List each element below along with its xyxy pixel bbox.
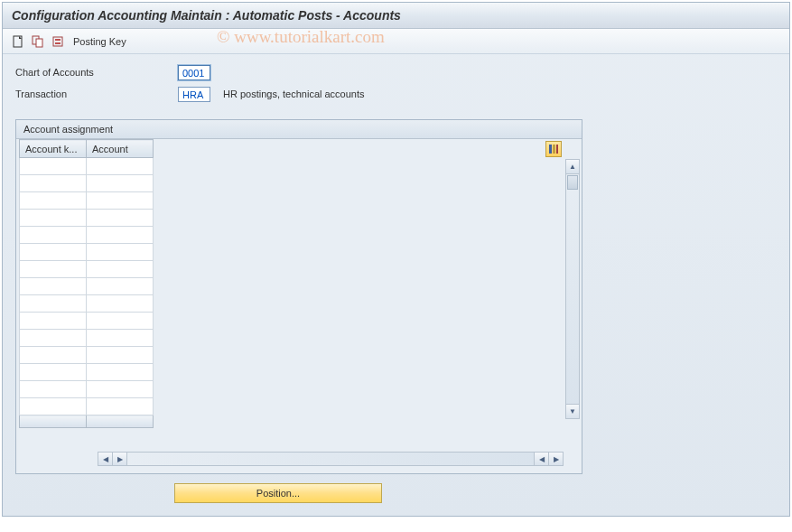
cell-key[interactable] bbox=[20, 398, 87, 415]
cell-account[interactable] bbox=[87, 261, 154, 278]
scroll-left2-button[interactable]: ▶ bbox=[113, 453, 127, 465]
cell-account[interactable] bbox=[87, 192, 154, 210]
table-row[interactable] bbox=[20, 210, 154, 227]
chart-of-accounts-field[interactable]: 0001 bbox=[178, 65, 210, 80]
scroll-right2-button[interactable]: ◀ bbox=[534, 453, 548, 465]
cell-key[interactable] bbox=[20, 330, 87, 347]
transaction-row: Transaction HRA HR postings, technical a… bbox=[15, 85, 777, 103]
form-area: Chart of Accounts 0001 Transaction HRA H… bbox=[3, 54, 789, 112]
cell-account[interactable] bbox=[87, 158, 154, 175]
table-row[interactable] bbox=[20, 158, 154, 175]
cell-key[interactable] bbox=[20, 313, 87, 330]
account-assignment-panel: Account assignment Account k... Account bbox=[15, 119, 582, 474]
table-row[interactable] bbox=[20, 381, 154, 398]
cell-key[interactable] bbox=[20, 244, 87, 261]
title-bar: Configuration Accounting Maintain : Auto… bbox=[3, 3, 789, 29]
table-row[interactable] bbox=[20, 192, 154, 210]
toolbar: Posting Key bbox=[3, 29, 789, 54]
cell-key[interactable] bbox=[20, 278, 87, 295]
main-window: Configuration Accounting Maintain : Auto… bbox=[2, 2, 790, 517]
cell-account[interactable] bbox=[87, 175, 154, 192]
col-account-key[interactable]: Account k... bbox=[20, 140, 87, 158]
scroll-down-button[interactable]: ▼ bbox=[566, 404, 579, 418]
chart-of-accounts-label: Chart of Accounts bbox=[15, 67, 178, 78]
hscroll-track[interactable] bbox=[127, 453, 534, 465]
grid-footer-row bbox=[20, 415, 154, 428]
table-row[interactable] bbox=[20, 364, 154, 381]
transaction-description: HR postings, technical accounts bbox=[223, 89, 365, 99]
scroll-right-button[interactable]: ▶ bbox=[548, 453, 563, 465]
posting-key-button[interactable]: Posting Key bbox=[73, 36, 126, 47]
cell-key[interactable] bbox=[20, 295, 87, 313]
table-row[interactable] bbox=[20, 278, 154, 295]
svg-rect-4 bbox=[55, 39, 61, 41]
table-row[interactable] bbox=[20, 261, 154, 278]
svg-rect-3 bbox=[53, 37, 62, 46]
table-row[interactable] bbox=[20, 313, 154, 330]
cell-key[interactable] bbox=[20, 381, 87, 398]
grid-wrapper: Account k... Account bbox=[16, 139, 582, 446]
cell-key[interactable] bbox=[20, 261, 87, 278]
scroll-left-button[interactable]: ◀ bbox=[98, 453, 113, 465]
cell-key[interactable] bbox=[20, 158, 87, 175]
cell-account[interactable] bbox=[87, 210, 154, 227]
cell-account[interactable] bbox=[87, 330, 154, 347]
col-account[interactable]: Account bbox=[87, 140, 154, 158]
cell-account[interactable] bbox=[87, 381, 154, 398]
cell-key[interactable] bbox=[20, 347, 87, 364]
table-row[interactable] bbox=[20, 347, 154, 364]
transaction-label: Transaction bbox=[15, 89, 178, 99]
page-title: Configuration Accounting Maintain : Auto… bbox=[12, 8, 401, 23]
cell-key[interactable] bbox=[20, 364, 87, 381]
table-row[interactable] bbox=[20, 244, 154, 261]
table-row[interactable] bbox=[20, 330, 154, 347]
account-grid: Account k... Account bbox=[19, 139, 154, 428]
svg-rect-2 bbox=[36, 39, 42, 47]
cell-key[interactable] bbox=[20, 227, 87, 244]
cell-account[interactable] bbox=[87, 227, 154, 244]
copy-icon[interactable] bbox=[30, 33, 46, 50]
table-row[interactable] bbox=[20, 175, 154, 192]
panel-body: Account k... Account bbox=[16, 139, 582, 473]
vertical-scrollbar[interactable]: ▲ ▼ bbox=[565, 159, 580, 419]
table-config-icon[interactable] bbox=[545, 141, 562, 157]
grid-header-row: Account k... Account bbox=[20, 140, 154, 158]
horizontal-scrollbar[interactable]: ◀ ▶ ◀ ▶ bbox=[98, 452, 564, 466]
cell-account[interactable] bbox=[87, 398, 154, 415]
svg-rect-8 bbox=[556, 145, 558, 154]
svg-rect-6 bbox=[549, 145, 552, 154]
cell-account[interactable] bbox=[87, 295, 154, 313]
table-row[interactable] bbox=[20, 398, 154, 415]
cell-key[interactable] bbox=[20, 210, 87, 227]
delete-icon[interactable] bbox=[50, 33, 66, 50]
panel-header: Account assignment bbox=[16, 120, 582, 139]
cell-account[interactable] bbox=[87, 347, 154, 364]
position-button[interactable]: Position... bbox=[174, 483, 382, 503]
scroll-up-button[interactable]: ▲ bbox=[566, 160, 579, 174]
svg-rect-5 bbox=[55, 42, 61, 44]
new-icon[interactable] bbox=[10, 33, 26, 50]
scroll-track[interactable] bbox=[566, 191, 579, 404]
cell-key[interactable] bbox=[20, 175, 87, 192]
table-row[interactable] bbox=[20, 295, 154, 313]
chart-of-accounts-row: Chart of Accounts 0001 bbox=[15, 63, 777, 81]
cell-account[interactable] bbox=[87, 244, 154, 261]
cell-account[interactable] bbox=[87, 313, 154, 330]
svg-rect-7 bbox=[553, 145, 555, 154]
cell-account[interactable] bbox=[87, 364, 154, 381]
scroll-thumb[interactable] bbox=[567, 175, 578, 190]
grid-body bbox=[20, 158, 154, 428]
table-row[interactable] bbox=[20, 227, 154, 244]
cell-account[interactable] bbox=[87, 278, 154, 295]
cell-key[interactable] bbox=[20, 192, 87, 210]
transaction-field[interactable]: HRA bbox=[178, 87, 210, 102]
